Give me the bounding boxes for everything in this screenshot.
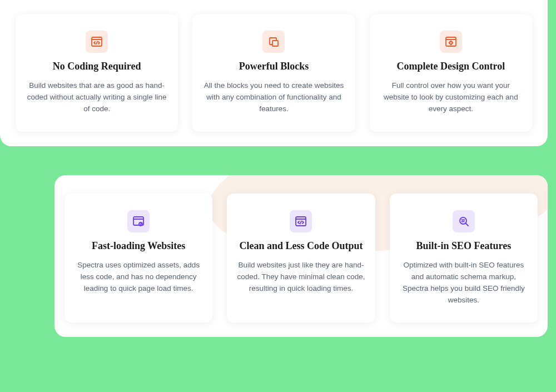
card-title: Complete Design Control (380, 61, 522, 72)
feature-card-blocks: Powerful Blocks All the blocks you need … (192, 14, 355, 132)
features-section-2: Fast-loading Websites Spectra uses optim… (54, 175, 548, 338)
search-doc-icon (453, 210, 475, 232)
card-title: No Coding Required (26, 61, 168, 72)
svg-rect-4 (272, 41, 278, 46)
blocks-icon (262, 31, 285, 53)
card-title: Built-in SEO Features (400, 240, 528, 252)
card-desc: Build websites just like they are hand-c… (237, 260, 365, 295)
cards-row: No Coding Required Build websites that a… (0, 0, 548, 132)
card-title: Clean and Less Code Output (237, 240, 365, 252)
card-desc: Full control over how you want your webs… (380, 80, 522, 115)
card-title: Powerful Blocks (202, 61, 345, 72)
speedometer-window-icon (127, 210, 150, 232)
feature-card-fast-loading: Fast-loading Websites Spectra uses optim… (64, 193, 212, 323)
svg-line-20 (465, 223, 468, 226)
feature-card-design-control: Complete Design Control Full control ove… (370, 14, 532, 132)
card-desc: Spectra uses optimized assets, adds less… (75, 260, 202, 295)
features-section-1: No Coding Required Build websites that a… (0, 0, 548, 146)
card-desc: All the blocks you need to create websit… (202, 80, 345, 115)
svg-line-18 (300, 221, 301, 224)
feature-card-seo: Built-in SEO Features Optimized with bui… (390, 193, 538, 323)
feature-card-clean-code: Clean and Less Code Output Build website… (227, 193, 375, 323)
card-desc: Build websites that are as good as hand-… (26, 80, 168, 115)
svg-line-15 (141, 223, 142, 224)
feature-card-no-coding: No Coding Required Build websites that a… (16, 14, 178, 132)
cards-row: Fast-loading Websites Spectra uses optim… (54, 175, 548, 323)
settings-window-icon (440, 31, 462, 53)
svg-line-2 (96, 42, 97, 44)
card-title: Fast-loading Websites (75, 240, 202, 252)
code-window-icon (86, 31, 108, 53)
card-desc: Optimized with built-in SEO features and… (400, 260, 528, 306)
code-icon (290, 210, 312, 232)
